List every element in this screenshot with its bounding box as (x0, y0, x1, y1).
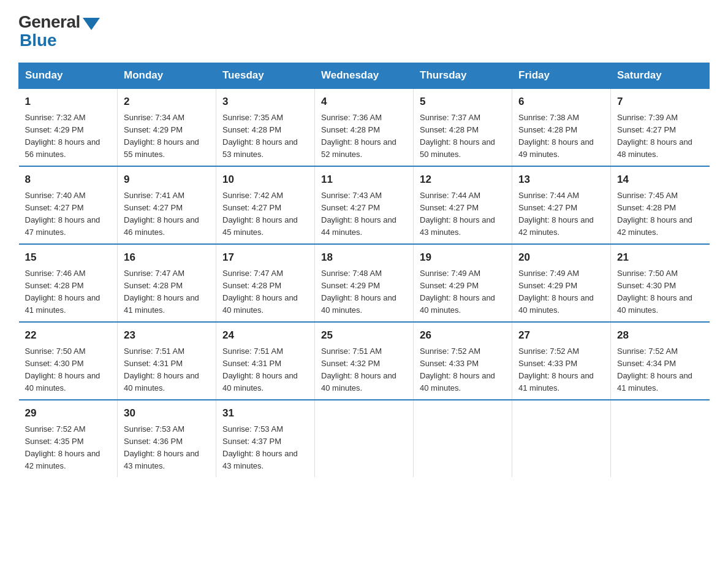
day-number: 30 (124, 405, 210, 421)
day-info: Sunrise: 7:52 AMSunset: 4:35 PMDaylight:… (25, 423, 112, 473)
day-info: Sunrise: 7:47 AMSunset: 4:28 PMDaylight:… (222, 267, 308, 317)
day-info: Sunrise: 7:49 AMSunset: 4:29 PMDaylight:… (420, 267, 506, 317)
day-number: 4 (321, 94, 407, 110)
calendar-day-cell: 20 Sunrise: 7:49 AMSunset: 4:29 PMDaylig… (512, 244, 611, 322)
day-info: Sunrise: 7:52 AMSunset: 4:33 PMDaylight:… (420, 345, 506, 395)
calendar-day-cell: 3 Sunrise: 7:35 AMSunset: 4:28 PMDayligh… (216, 88, 315, 166)
day-info: Sunrise: 7:44 AMSunset: 4:27 PMDaylight:… (518, 190, 604, 239)
calendar-day-cell: 13 Sunrise: 7:44 AMSunset: 4:27 PMDaylig… (512, 166, 611, 244)
day-info: Sunrise: 7:50 AMSunset: 4:30 PMDaylight:… (617, 267, 703, 317)
day-info: Sunrise: 7:50 AMSunset: 4:30 PMDaylight:… (25, 345, 112, 395)
day-number: 15 (25, 250, 112, 266)
calendar-day-cell: 1 Sunrise: 7:32 AMSunset: 4:29 PMDayligh… (19, 88, 118, 166)
calendar-day-cell: 14 Sunrise: 7:45 AMSunset: 4:28 PMDaylig… (611, 166, 710, 244)
calendar-day-cell: 5 Sunrise: 7:37 AMSunset: 4:28 PMDayligh… (414, 88, 512, 166)
day-number: 26 (420, 327, 506, 343)
day-number: 10 (222, 172, 308, 188)
day-number: 24 (222, 327, 308, 343)
calendar-day-cell: 7 Sunrise: 7:39 AMSunset: 4:27 PMDayligh… (611, 88, 710, 166)
calendar-day-cell: 18 Sunrise: 7:48 AMSunset: 4:29 PMDaylig… (315, 244, 414, 322)
logo: General Blue (18, 12, 100, 50)
calendar-day-cell: 28 Sunrise: 7:52 AMSunset: 4:34 PMDaylig… (611, 322, 710, 400)
day-number: 18 (321, 250, 407, 266)
calendar-week-row: 29 Sunrise: 7:52 AMSunset: 4:35 PMDaylig… (19, 400, 710, 477)
day-info: Sunrise: 7:43 AMSunset: 4:27 PMDaylight:… (321, 190, 407, 239)
day-number: 20 (518, 250, 604, 266)
day-info: Sunrise: 7:37 AMSunset: 4:28 PMDaylight:… (420, 112, 506, 161)
day-info: Sunrise: 7:32 AMSunset: 4:29 PMDaylight:… (25, 112, 112, 161)
day-info: Sunrise: 7:51 AMSunset: 4:31 PMDaylight:… (124, 345, 210, 395)
calendar-header-cell: Saturday (611, 63, 710, 89)
calendar-day-cell: 19 Sunrise: 7:49 AMSunset: 4:29 PMDaylig… (414, 244, 512, 322)
day-info: Sunrise: 7:45 AMSunset: 4:28 PMDaylight:… (617, 190, 703, 239)
calendar-day-cell: 29 Sunrise: 7:52 AMSunset: 4:35 PMDaylig… (19, 400, 118, 477)
day-number: 12 (420, 172, 506, 188)
calendar-day-cell: 12 Sunrise: 7:44 AMSunset: 4:27 PMDaylig… (414, 166, 512, 244)
calendar-header-cell: Monday (118, 63, 216, 89)
day-number: 31 (222, 405, 308, 421)
day-info: Sunrise: 7:38 AMSunset: 4:28 PMDaylight:… (518, 112, 604, 161)
day-number: 29 (25, 405, 112, 421)
calendar-week-row: 8 Sunrise: 7:40 AMSunset: 4:27 PMDayligh… (19, 166, 710, 244)
day-number: 28 (617, 327, 703, 343)
calendar-day-cell: 15 Sunrise: 7:46 AMSunset: 4:28 PMDaylig… (19, 244, 118, 322)
calendar-day-cell (315, 400, 414, 477)
day-number: 25 (321, 327, 407, 343)
day-info: Sunrise: 7:52 AMSunset: 4:34 PMDaylight:… (617, 345, 703, 395)
day-info: Sunrise: 7:49 AMSunset: 4:29 PMDaylight:… (518, 267, 604, 317)
day-info: Sunrise: 7:48 AMSunset: 4:29 PMDaylight:… (321, 267, 407, 317)
calendar-header-cell: Tuesday (216, 63, 315, 89)
day-info: Sunrise: 7:39 AMSunset: 4:27 PMDaylight:… (617, 112, 703, 161)
calendar-day-cell: 9 Sunrise: 7:41 AMSunset: 4:27 PMDayligh… (118, 166, 216, 244)
day-info: Sunrise: 7:51 AMSunset: 4:31 PMDaylight:… (222, 345, 308, 395)
calendar-day-cell: 27 Sunrise: 7:52 AMSunset: 4:33 PMDaylig… (512, 322, 611, 400)
day-number: 6 (518, 94, 604, 110)
day-info: Sunrise: 7:47 AMSunset: 4:28 PMDaylight:… (124, 267, 210, 317)
calendar-day-cell: 6 Sunrise: 7:38 AMSunset: 4:28 PMDayligh… (512, 88, 611, 166)
calendar-week-row: 1 Sunrise: 7:32 AMSunset: 4:29 PMDayligh… (19, 88, 710, 166)
day-number: 19 (420, 250, 506, 266)
calendar-day-cell (611, 400, 710, 477)
day-number: 27 (518, 327, 604, 343)
calendar-day-cell: 24 Sunrise: 7:51 AMSunset: 4:31 PMDaylig… (216, 322, 315, 400)
day-info: Sunrise: 7:53 AMSunset: 4:36 PMDaylight:… (124, 423, 210, 473)
calendar-day-cell: 30 Sunrise: 7:53 AMSunset: 4:36 PMDaylig… (118, 400, 216, 477)
logo-blue-text: Blue (20, 31, 57, 50)
calendar-header-cell: Wednesday (315, 63, 414, 89)
calendar-day-cell: 17 Sunrise: 7:47 AMSunset: 4:28 PMDaylig… (216, 244, 315, 322)
day-number: 3 (222, 94, 308, 110)
day-info: Sunrise: 7:35 AMSunset: 4:28 PMDaylight:… (222, 112, 308, 161)
day-info: Sunrise: 7:42 AMSunset: 4:27 PMDaylight:… (222, 190, 308, 239)
calendar-day-cell: 22 Sunrise: 7:50 AMSunset: 4:30 PMDaylig… (19, 322, 118, 400)
calendar-day-cell: 8 Sunrise: 7:40 AMSunset: 4:27 PMDayligh… (19, 166, 118, 244)
day-number: 21 (617, 250, 703, 266)
calendar-table: SundayMondayTuesdayWednesdayThursdayFrid… (18, 63, 710, 477)
day-number: 7 (617, 94, 703, 110)
calendar-day-cell: 31 Sunrise: 7:53 AMSunset: 4:37 PMDaylig… (216, 400, 315, 477)
calendar-week-row: 15 Sunrise: 7:46 AMSunset: 4:28 PMDaylig… (19, 244, 710, 322)
calendar-header-cell: Sunday (19, 63, 118, 89)
day-number: 17 (222, 250, 308, 266)
day-number: 23 (124, 327, 210, 343)
day-info: Sunrise: 7:51 AMSunset: 4:32 PMDaylight:… (321, 345, 407, 395)
calendar-week-row: 22 Sunrise: 7:50 AMSunset: 4:30 PMDaylig… (19, 322, 710, 400)
day-number: 1 (25, 94, 112, 110)
logo-triangle-icon (83, 18, 100, 30)
calendar-day-cell: 23 Sunrise: 7:51 AMSunset: 4:31 PMDaylig… (118, 322, 216, 400)
calendar-day-cell: 26 Sunrise: 7:52 AMSunset: 4:33 PMDaylig… (414, 322, 512, 400)
day-number: 14 (617, 172, 703, 188)
day-number: 16 (124, 250, 210, 266)
calendar-day-cell: 21 Sunrise: 7:50 AMSunset: 4:30 PMDaylig… (611, 244, 710, 322)
day-info: Sunrise: 7:53 AMSunset: 4:37 PMDaylight:… (222, 423, 308, 473)
day-number: 13 (518, 172, 604, 188)
calendar-day-cell: 10 Sunrise: 7:42 AMSunset: 4:27 PMDaylig… (216, 166, 315, 244)
day-number: 5 (420, 94, 506, 110)
day-info: Sunrise: 7:36 AMSunset: 4:28 PMDaylight:… (321, 112, 407, 161)
day-info: Sunrise: 7:46 AMSunset: 4:28 PMDaylight:… (25, 267, 112, 317)
logo-general-text: General (18, 12, 80, 32)
day-number: 2 (124, 94, 210, 110)
calendar-day-cell: 11 Sunrise: 7:43 AMSunset: 4:27 PMDaylig… (315, 166, 414, 244)
page-header: General Blue (18, 12, 710, 50)
day-info: Sunrise: 7:40 AMSunset: 4:27 PMDaylight:… (25, 190, 112, 239)
day-info: Sunrise: 7:44 AMSunset: 4:27 PMDaylight:… (420, 190, 506, 239)
